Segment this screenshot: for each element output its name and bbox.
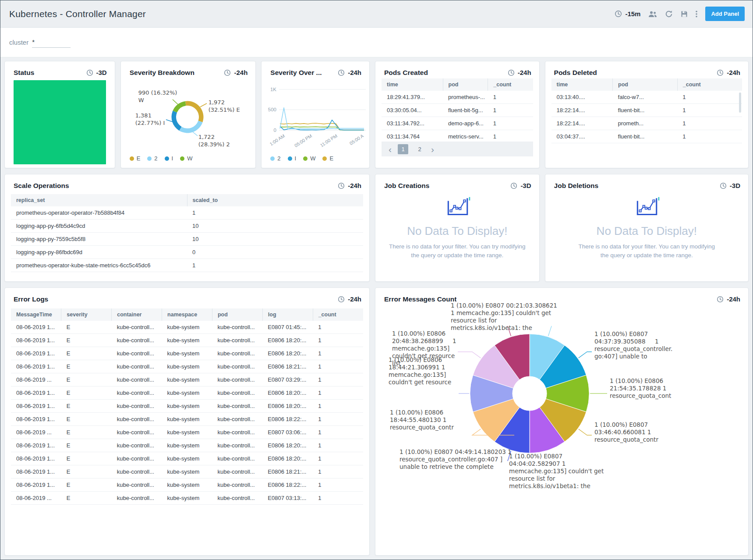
pie-slice-label: 1 (10.00%) E0807 00:21:03.308621 1 memca… <box>451 302 559 332</box>
column-header[interactable]: namespace <box>162 308 212 321</box>
scale-operations-table: replica_setscaled_to prometheus-operator… <box>11 194 363 272</box>
time-range-value: -15m <box>625 10 640 18</box>
panel-scale-operations: Scale Operations -24h replica_setscaled_… <box>4 174 370 282</box>
table-row: 18:22:14....fluent-bit...1 <box>551 104 742 117</box>
svg-text:05:00 PM: 05:00 PM <box>293 133 313 149</box>
panel-severity-breakdown: Severity Breakdown -24h 1,972 (32.51%) E… <box>120 61 256 168</box>
table-row: 08-06-2019 1...E kube-controll...kube-sy… <box>11 413 363 426</box>
clock-icon <box>717 296 724 303</box>
pie-slice-label: 1 (10.00%) E0806 18:44:55.480130 1 resou… <box>390 409 461 431</box>
svg-text:500: 500 <box>268 107 276 112</box>
pie-slice-label: 1 (10.00%) E0806 21:54:35.178828 1 resou… <box>610 377 685 400</box>
pods-created-table: timepod_count 18:29:41.379...prometheus-… <box>382 78 533 143</box>
table-row: 08-06-2019 1...E kube-controll...kube-sy… <box>11 452 363 465</box>
no-data-title: No Data To Display! <box>597 224 697 238</box>
table-row: 03:13:40...calico-no...1 <box>551 143 742 147</box>
add-panel-button[interactable]: Add Panel <box>705 7 745 21</box>
legend-item: E <box>130 155 141 162</box>
time-range-badge[interactable]: -24h <box>717 295 740 303</box>
scrollbar-thumb[interactable] <box>739 92 741 113</box>
filter-bar: cluster <box>0 28 753 57</box>
legend-dot <box>147 156 152 161</box>
table-row: 03:04:37....fluent-bit...1 <box>551 130 742 143</box>
share-users-icon[interactable] <box>648 11 657 18</box>
save-icon[interactable] <box>681 11 688 18</box>
time-range-badge[interactable]: -24h <box>338 182 361 189</box>
table-row: 03:11:34.792...demo-app-6...1 <box>382 117 533 130</box>
table-row: logging-app-py-7559c5b5f810 <box>11 233 363 246</box>
svg-text:0: 0 <box>274 128 276 133</box>
legend-dot <box>130 156 134 161</box>
legend-dot <box>180 156 184 161</box>
legend-item: I <box>165 155 173 162</box>
panel-job-deletions: Job Deletions -3D No Data To Display! Th… <box>545 174 749 282</box>
column-header[interactable]: time <box>382 78 443 91</box>
column-header[interactable]: MessageTime <box>11 308 61 321</box>
clock-icon <box>86 69 93 76</box>
panel-job-creations: Job Creations -3D No Data To Display! Th… <box>375 174 540 282</box>
panel-title: Status <box>14 69 34 77</box>
table-row: 18:29:41.379...prometheus-...1 <box>382 91 533 104</box>
legend-item: 2 <box>147 155 157 162</box>
time-range-badge[interactable]: -3D <box>86 69 107 76</box>
prev-page-button[interactable]: ‹ <box>389 145 392 154</box>
table-row: 18:22:14....prometh...1 <box>551 117 742 130</box>
panel-title: Scale Operations <box>14 182 69 190</box>
pie-slice-label: 1 (10.00%) E0807 04:37:39.305088 1 resou… <box>594 330 676 360</box>
table-row: 03:30:05.04...fluent-bit-5g...1 <box>382 104 533 117</box>
time-range-badge[interactable]: -24h <box>338 295 361 303</box>
table-row: 08-06-2019 1...E kube-controll...kube-sy… <box>11 347 363 360</box>
panel-title: Job Creations <box>384 182 429 190</box>
column-header[interactable]: pod <box>613 78 678 91</box>
svg-text:1K: 1K <box>270 87 276 92</box>
time-range-badge[interactable]: -3D <box>720 182 740 189</box>
legend-dot <box>288 156 292 161</box>
refresh-icon[interactable] <box>665 10 673 18</box>
column-header[interactable]: pod <box>443 78 488 91</box>
time-range-badge[interactable]: -3D <box>510 182 531 189</box>
no-data-message-block: No Data To Display! There is no data for… <box>545 195 748 281</box>
table-row: 08-06-2019 ...E kube-controll...kube-sys… <box>11 492 363 505</box>
panel-title: Error Messages Count <box>384 295 456 303</box>
dashboard-time-range[interactable]: -15m <box>615 10 640 18</box>
column-header[interactable]: _count <box>488 78 533 91</box>
kebab-menu-icon[interactable] <box>696 11 697 18</box>
column-header[interactable]: severity <box>61 308 112 321</box>
pie-slice-label: 1 (10.00%) E0806 20:48:38.268899 1 memca… <box>392 330 459 367</box>
table-row: logging-app-py-86fbdc69d0 <box>11 246 363 259</box>
table-row: 08-06-2019 1...E kube-controll...kube-sy… <box>11 478 363 492</box>
svg-text:11:00 PM: 11:00 PM <box>319 133 339 148</box>
status-block <box>14 80 106 164</box>
column-header[interactable]: _count <box>313 308 363 321</box>
clock-icon <box>615 10 622 18</box>
table-row: 08-06-2019 ...E kube-controll...kube-sys… <box>11 373 363 386</box>
time-range-badge[interactable]: -24h <box>717 69 740 76</box>
legend-item: I <box>288 155 297 162</box>
table-row: 08-06-2019 1...E kube-controll...kube-sy… <box>11 439 363 452</box>
table-row: 08-06-2019 1...E kube-controll...kube-sy… <box>11 386 363 400</box>
table-row: prometheus-operator-kube-state-metrics-6… <box>11 259 363 272</box>
column-header[interactable]: time <box>551 78 613 91</box>
column-header[interactable]: log <box>262 308 313 321</box>
legend-dot <box>270 156 275 161</box>
column-header[interactable]: pod <box>212 308 262 321</box>
page-2-button[interactable]: 2 <box>414 144 425 154</box>
column-header[interactable]: scaled_to <box>187 194 363 206</box>
no-data-message-block: No Data To Display! There is no data for… <box>375 195 539 281</box>
table-row: 03:13:40....falco-w7...1 <box>551 91 742 104</box>
column-header[interactable]: container <box>112 308 162 321</box>
column-header[interactable]: replica_set <box>11 194 187 206</box>
cluster-filter-input[interactable] <box>32 37 71 48</box>
column-header[interactable]: _count <box>677 78 742 91</box>
donut-slice-label: 1,722 (28.39%) 2 <box>198 134 244 148</box>
page-1-button[interactable]: 1 <box>398 144 408 154</box>
line-chart-icon <box>444 195 471 218</box>
clock-icon <box>717 69 724 76</box>
next-page-button[interactable]: › <box>431 145 434 154</box>
time-range-badge[interactable]: -24h <box>508 69 531 76</box>
no-data-message: There is no data for your filter. You ca… <box>574 242 719 260</box>
clock-icon <box>720 182 727 189</box>
table-row: 08-06-2019 1...E kube-controll...kube-sy… <box>11 505 363 510</box>
panel-status: Status -3D <box>4 61 115 168</box>
legend-item: E <box>322 155 333 162</box>
